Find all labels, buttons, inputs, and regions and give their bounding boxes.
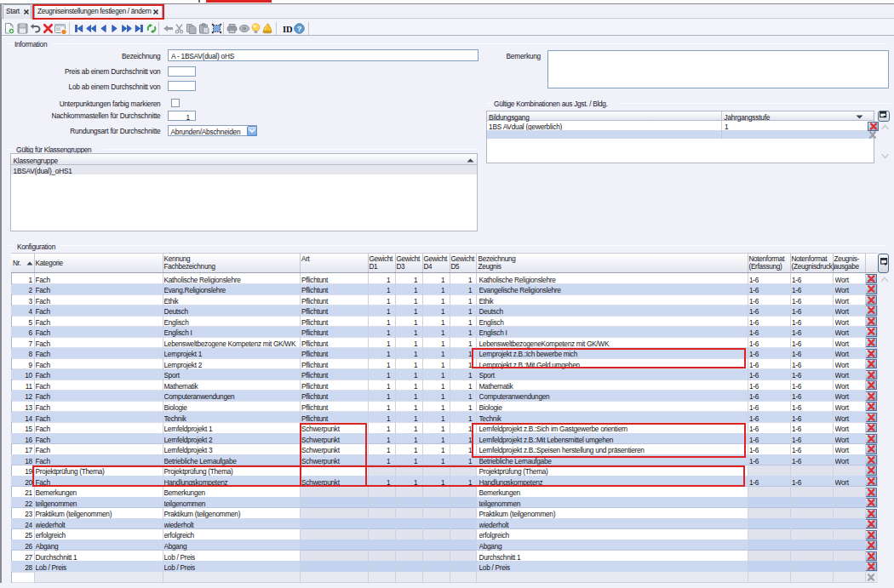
svg-text:?: ? xyxy=(297,25,301,33)
